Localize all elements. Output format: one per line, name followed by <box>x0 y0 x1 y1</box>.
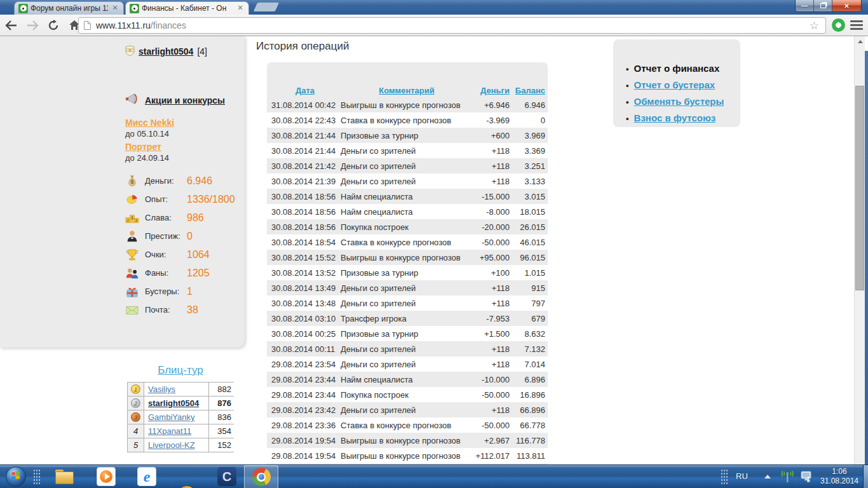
contest-block: Мисс Nekki до 05.10.14 Портрет до 24.09.… <box>125 118 240 163</box>
table-row: 31.08.2014 00:42 Выигрыш в конкурсе прог… <box>267 97 548 112</box>
stat-row: Почта: 38 <box>125 301 240 319</box>
wireless-icon[interactable] <box>780 470 794 485</box>
cell-balance: 6.896 <box>510 375 545 384</box>
column-header-date[interactable]: Дата <box>269 86 341 95</box>
cell-balance: 96.015 <box>510 253 545 262</box>
contest-until: до 24.09.14 <box>125 153 240 163</box>
stat-label: Деньги: <box>145 176 187 186</box>
podium-icon: 123 <box>125 210 142 226</box>
cell-balance: 113.811 <box>510 451 545 461</box>
table-row: 30.08.2014 18:54 Ставка в конкурсе прогн… <box>267 234 548 250</box>
start-button[interactable] <box>5 466 27 487</box>
page-scrollbar[interactable] <box>854 36 865 464</box>
megaphone-icon <box>125 93 140 107</box>
forward-button[interactable] <box>23 17 42 34</box>
address-bar[interactable]: www.11x11.ru/finances ☆ <box>78 17 826 34</box>
finance-link[interactable]: Взнос в футсоюз <box>634 112 716 123</box>
cell-date: 30.08.2014 18:56 <box>269 207 341 217</box>
promo-link[interactable]: Акции и конкурсы <box>145 95 225 105</box>
close-button[interactable]: ✕ <box>832 0 861 11</box>
show-hidden-icons-arrow[interactable] <box>764 475 771 478</box>
medal-icon: 4 <box>131 426 140 436</box>
cell-comment: Трансфер игрока <box>341 314 473 323</box>
network-icon[interactable] <box>799 470 813 485</box>
cell-date: 30.08.2014 13:49 <box>269 283 341 293</box>
contest-link[interactable]: Портрет <box>125 142 240 152</box>
page-content: starlight0504 [4] Акции и конкурсы Мисс … <box>0 36 868 464</box>
page-icon <box>84 21 91 30</box>
show-desktop-button[interactable] <box>863 465 868 488</box>
bookmark-star-icon[interactable]: ☆ <box>810 19 819 32</box>
explorer-icon[interactable] <box>55 467 74 486</box>
scrollbar-thumb[interactable] <box>855 86 864 290</box>
cell-date: 29.08.2014 19:54 <box>269 451 341 461</box>
contest-link[interactable]: Мисс Nekki <box>125 118 240 128</box>
blitz-player-link[interactable]: Vasiliys <box>144 383 209 396</box>
tab-close-icon[interactable]: ✕ <box>236 4 245 13</box>
scroll-up-arrow[interactable] <box>855 36 865 46</box>
cell-money: +2.967 <box>473 436 510 445</box>
column-header-money[interactable]: Деньги <box>473 86 510 95</box>
cell-balance: 18.015 <box>510 207 545 217</box>
finance-link[interactable]: Обменять бустеры <box>634 96 724 107</box>
minimize-button[interactable]: — <box>796 0 814 11</box>
tab-forum[interactable]: Форум онлайн игры 11x1 ✕ <box>14 1 124 15</box>
blitz-player-link[interactable]: 11Xpanat11 <box>144 424 209 438</box>
blitz-row: 4 11Xpanat11 354 <box>128 424 233 438</box>
cell-date: 29.08.2014 19:54 <box>269 436 341 445</box>
cell-date: 30.08.2014 03:10 <box>269 314 341 323</box>
cell-comment: Ставка в конкурсе прогнозов <box>341 238 473 247</box>
cell-balance: 3.369 <box>510 146 545 156</box>
table-row: 30.08.2014 13:52 Призовые за турнир +100… <box>267 265 548 280</box>
back-button[interactable] <box>2 17 21 34</box>
blitz-player-link[interactable]: Liverpool-KZ <box>144 438 209 452</box>
site-favicon <box>18 4 28 13</box>
taskbar-clock[interactable]: 1:06 31.08.2014 <box>816 467 863 486</box>
column-header-comment[interactable]: Комментарий <box>341 86 473 95</box>
extension-icon[interactable] <box>832 18 845 32</box>
cell-money: +118 <box>473 405 510 415</box>
blitz-table: 1 Vasiliys 882 2 starlight0504 876 3 Gam… <box>127 382 234 452</box>
blitz-row: 1 Vasiliys 882 <box>128 383 233 396</box>
taskbar: e C RU 1:06 31 <box>0 464 868 488</box>
language-indicator[interactable]: RU <box>736 471 754 481</box>
cell-balance: 66.896 <box>510 405 545 415</box>
titlebar: Форум онлайн игры 11x1 ✕ Финансы - Кабин… <box>0 0 868 15</box>
blitz-player-link[interactable]: starlight0504 <box>144 396 209 410</box>
cell-comment: Деньги со зрителей <box>341 177 473 186</box>
stat-value: 6.946 <box>187 175 212 187</box>
tab-close-icon[interactable]: ✕ <box>111 4 119 13</box>
cell-money: +100 <box>473 268 510 278</box>
stat-row: Очки: 1064 <box>125 245 240 264</box>
cell-money: -20.000 <box>473 222 510 232</box>
chrome-taskbar-button[interactable] <box>244 465 278 488</box>
cell-date: 30.08.2014 21:44 <box>269 146 341 156</box>
blitz-player-link[interactable]: GambiYanky <box>144 410 209 424</box>
maximize-button[interactable] <box>814 0 832 11</box>
internet-explorer-icon[interactable]: e <box>137 467 156 486</box>
cell-comment: Выигрыш в конкурсе прогнозов <box>341 451 473 461</box>
media-player-icon[interactable] <box>97 467 116 486</box>
tab-finances[interactable]: Финансы - Кабинет - Он ✕ <box>125 1 249 15</box>
stat-label: Слава: <box>145 213 187 222</box>
chrome-icon <box>252 468 271 486</box>
cell-money: +118 <box>473 344 510 354</box>
table-row: 30.08.2014 18:56 Покупка построек -20.00… <box>267 219 548 234</box>
cell-comment: Выигрыш в конкурсе прогнозов <box>341 100 473 110</box>
table-row: 30.08.2014 03:10 Трансфер игрока -7.953 … <box>267 311 548 326</box>
finance-link[interactable]: Отчет о бустерах <box>634 79 715 90</box>
column-header-balance[interactable]: Баланс <box>510 86 545 95</box>
reload-button[interactable] <box>44 17 63 34</box>
cell-comment: Призовые за турнир <box>341 131 473 140</box>
blitz-title-link[interactable]: Блиц-тур <box>158 364 203 376</box>
cell-comment: Призовые за турнир <box>341 268 473 278</box>
blue-c-app-icon[interactable]: C <box>217 467 236 486</box>
cell-date: 30.08.2014 22:43 <box>269 116 341 125</box>
cell-money: -50.000 <box>473 421 510 430</box>
cell-balance: 66.778 <box>510 421 545 430</box>
stat-row: Опыт: 1336/1800 <box>125 190 240 208</box>
menu-icon[interactable] <box>850 20 863 30</box>
username-link[interactable]: starlight0504 <box>139 46 193 57</box>
cell-money: +118 <box>473 360 510 369</box>
new-tab-button[interactable] <box>254 3 279 11</box>
